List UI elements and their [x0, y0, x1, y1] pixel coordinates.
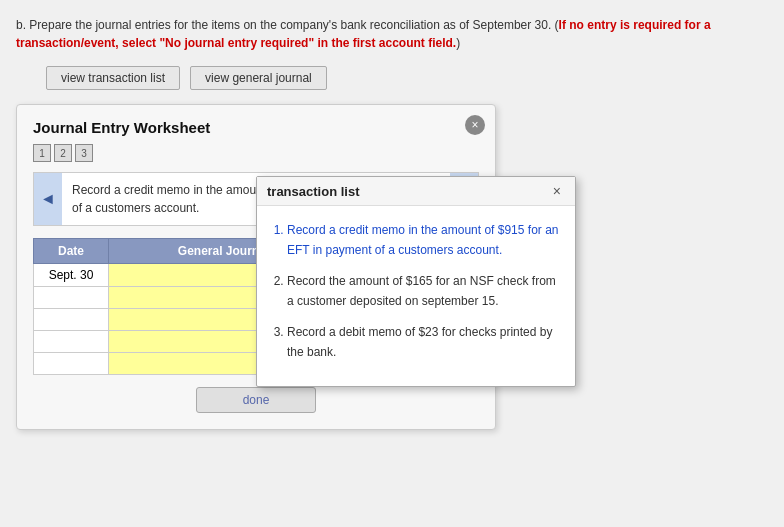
instruction-suffix: )	[456, 36, 460, 50]
transaction-item-3: Record a debit memo of $23 for checks pr…	[287, 322, 563, 363]
instruction-text: b. Prepare the journal entries for the i…	[16, 16, 768, 52]
step-1[interactable]: 1	[33, 144, 51, 162]
transaction-popup-header: transaction list ×	[257, 177, 575, 206]
transaction-popup-title: transaction list	[267, 184, 359, 199]
transaction-item-1: Record a credit memo in the amount of $9…	[287, 220, 563, 261]
step-indicator: 1 2 3	[33, 144, 479, 162]
date-cell-1	[34, 287, 109, 309]
instruction-prefix: b. Prepare the journal entries for the i…	[16, 18, 559, 32]
journal-panel-title: Journal Entry Worksheet	[33, 119, 479, 136]
transaction-list: Record a credit memo in the amount of $9…	[269, 220, 563, 362]
button-row: view transaction list view general journ…	[46, 66, 768, 90]
date-cell-4	[34, 353, 109, 375]
transaction-item-2: Record the amount of $165 for an NSF che…	[287, 271, 563, 312]
view-transaction-list-button[interactable]: view transaction list	[46, 66, 180, 90]
step-2[interactable]: 2	[54, 144, 72, 162]
transaction-popup-close-button[interactable]: ×	[549, 183, 565, 199]
date-cell-3	[34, 331, 109, 353]
date-cell-0: Sept. 30	[34, 264, 109, 287]
prev-arrow-button[interactable]: ◄	[34, 173, 62, 225]
transaction-popup-body: Record a credit memo in the amount of $9…	[257, 206, 575, 386]
view-general-journal-button[interactable]: view general journal	[190, 66, 327, 90]
journal-close-button[interactable]: ×	[465, 115, 485, 135]
date-header: Date	[34, 239, 109, 264]
step-3[interactable]: 3	[75, 144, 93, 162]
transaction-list-popup: transaction list × Record a credit memo …	[256, 176, 576, 387]
done-button[interactable]: done	[196, 387, 316, 413]
date-cell-2	[34, 309, 109, 331]
